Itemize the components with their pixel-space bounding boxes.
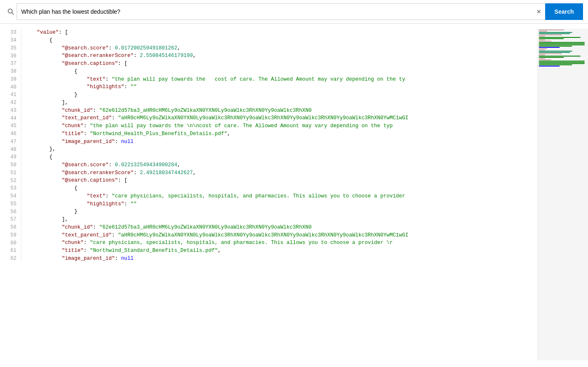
line-number: 58 (0, 224, 21, 232)
code-panel[interactable]: 33 "value": [34 {35 "@search.score": 0.0… (0, 29, 538, 360)
minimap-line (539, 46, 572, 47)
line-number: 48 (0, 145, 21, 153)
line-number: 52 (0, 177, 21, 185)
minimap-line (539, 38, 564, 39)
minimap-line (539, 52, 570, 53)
line-number: 35 (0, 44, 21, 52)
line-code: "title": "Northwind_Health_Plus_Benefits… (21, 130, 538, 138)
table-row: 35 "@search.score": 0.017200259491801262… (0, 44, 538, 52)
minimap-line (539, 51, 572, 52)
line-number: 46 (0, 130, 21, 138)
line-code: "highlights": "" (21, 83, 538, 91)
table-row: 61 "title": "Northwind_Standard_Benefits… (0, 247, 538, 255)
minimap-line (539, 54, 545, 55)
line-number: 50 (0, 161, 21, 169)
clear-button[interactable]: ✕ (533, 3, 545, 20)
line-code: "@search.captions": [ (21, 60, 538, 68)
line-code: { (21, 68, 538, 76)
minimap-line (539, 47, 560, 48)
line-number: 49 (0, 153, 21, 161)
table-row: 51 "@search.rerankerScore": 2.4921803474… (0, 169, 538, 177)
minimap-line (539, 44, 585, 45)
search-button[interactable]: Search (545, 3, 583, 20)
table-row: 62 "image_parent_id": null (0, 255, 538, 263)
line-code: "@search.score": 0.022132549434900284, (21, 161, 538, 169)
table-row: 46 "title": "Northwind_Health_Plus_Benef… (0, 130, 538, 138)
minimap-line (539, 49, 545, 50)
line-code: ], (21, 99, 538, 107)
line-number: 34 (0, 37, 21, 44)
line-code: "@search.rerankerScore": 2.4921803474426… (21, 169, 538, 177)
line-code: "text_parent_id": "aHR0cHM6Ly9oZWlkaXN0Y… (21, 232, 538, 239)
minimap-line (539, 48, 547, 49)
minimap-line (539, 58, 545, 59)
line-number: 54 (0, 192, 21, 200)
minimap-line (539, 63, 585, 64)
minimap-line (539, 62, 585, 63)
line-code: } (21, 91, 538, 99)
line-number: 42 (0, 99, 21, 107)
table-row: 36 "@search.rerankerScore": 2.5508451461… (0, 52, 538, 60)
line-number: 61 (0, 247, 21, 255)
minimap-line (539, 32, 572, 33)
line-code: } (21, 208, 538, 216)
minimap-line (539, 66, 560, 67)
line-code: "title": "Northwind_Standard_Benefits_De… (21, 247, 538, 255)
line-code: "chunk": "the plan will pay towards the … (21, 122, 538, 130)
line-number: 40 (0, 83, 21, 91)
table-row: 50 "@search.score": 0.022132549434900284… (0, 161, 538, 169)
line-code: "chunk": "care physicians, specialists, … (21, 239, 538, 247)
line-number: 57 (0, 216, 21, 224)
line-number: 43 (0, 107, 21, 115)
minimap-line (539, 42, 585, 43)
main-content: 33 "value": [34 {35 "@search.score": 0.0… (0, 29, 588, 360)
line-code: "@search.score": 0.017200259491801262, (21, 44, 538, 52)
line-code: "value": [ (21, 29, 538, 37)
svg-line-1 (12, 13, 14, 15)
line-number: 55 (0, 200, 21, 208)
table-row: 39 "text": "the plan will pay towards th… (0, 76, 538, 84)
line-code: { (21, 153, 538, 161)
minimap-line (539, 56, 581, 57)
minimap-line (539, 37, 581, 38)
table-row: 52 "@search.captions": [ (0, 177, 538, 185)
line-code: "text": "the plan will pay towards the c… (21, 76, 538, 84)
line-code: "@search.captions": [ (21, 177, 538, 185)
table-row: 38 { (0, 68, 538, 76)
table-row: 55 "highlights": "" (0, 200, 538, 208)
table-row: 44 "text_parent_id": "aHR0cHM6Ly9oZWlkaX… (0, 114, 538, 122)
line-number: 45 (0, 122, 21, 130)
table-row: 59 "text_parent_id": "aHR0cHM6Ly9oZWlkaX… (0, 232, 538, 239)
table-row: 49 { (0, 153, 538, 161)
minimap-line (539, 39, 545, 40)
line-code: { (21, 185, 538, 192)
minimap-line (539, 31, 547, 32)
line-code: "image_parent_id": null (21, 255, 538, 263)
table-row: 41 } (0, 91, 538, 99)
line-number: 59 (0, 232, 21, 239)
minimap-line (539, 61, 585, 62)
table-row: 56 } (0, 208, 538, 216)
line-number: 36 (0, 52, 21, 60)
table-row: 42 ], (0, 99, 538, 107)
table-row: 48 }, (0, 145, 538, 153)
table-row: 58 "chunk_id": "62e612d57ba3_aHR0cHM6Ly9… (0, 224, 538, 232)
line-code: "text": "care physicians, specialists, h… (21, 192, 538, 200)
line-number: 41 (0, 91, 21, 99)
line-number: 51 (0, 169, 21, 177)
minimap (538, 29, 588, 360)
search-input[interactable] (17, 3, 533, 20)
table-row: 40 "highlights": "" (0, 83, 538, 91)
line-code: }, (21, 145, 538, 153)
line-code: "chunk_id": "62e612d57ba3_aHR0cHM6Ly9oZW… (21, 107, 538, 115)
table-row: 60 "chunk": "care physicians, specialist… (0, 239, 538, 247)
minimap-line (539, 64, 572, 65)
table-row: 45 "chunk": "the plan will pay towards t… (0, 122, 538, 130)
line-number: 53 (0, 185, 21, 192)
line-code: ], (21, 216, 538, 224)
line-code: "chunk_id": "62e612d57ba3_aHR0cHM6Ly9oZW… (21, 224, 538, 232)
table-row: 37 "@search.captions": [ (0, 60, 538, 68)
table-row: 57 ], (0, 216, 538, 224)
line-number: 33 (0, 29, 21, 37)
line-number: 60 (0, 239, 21, 247)
